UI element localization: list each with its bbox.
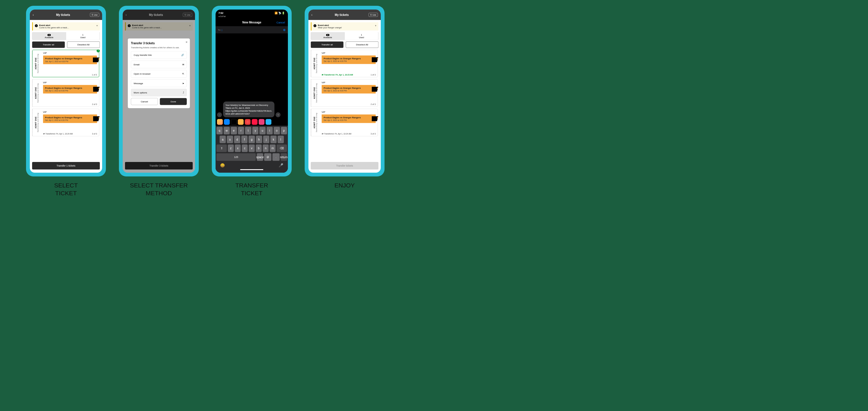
key-w[interactable]: w — [224, 127, 230, 134]
tab-used[interactable]: 1 Used — [66, 32, 100, 40]
key-u[interactable]: u — [259, 127, 266, 134]
key-z[interactable]: z — [228, 145, 234, 152]
dot-key[interactable]: . — [273, 153, 280, 161]
key-y[interactable]: y — [252, 127, 258, 134]
key-l[interactable]: l — [277, 136, 284, 143]
expand-icon[interactable]: + — [96, 24, 98, 28]
photos-app-icon[interactable] — [217, 119, 223, 125]
option-email[interactable]: Email ✉ — [131, 61, 187, 68]
key-a[interactable]: a — [220, 136, 226, 143]
home-indicator[interactable] — [240, 169, 263, 170]
ticket-card: Product Eagles vs Granger Rangers Sat. A… — [322, 85, 376, 93]
app-icon[interactable] — [252, 119, 257, 125]
phone-transfer-method: ‹ My tickets ⎘ Use ! Event alert Come to… — [119, 6, 199, 177]
key-s[interactable]: s — [227, 136, 233, 143]
app-icon[interactable] — [245, 119, 251, 125]
deselect-all-button[interactable]: Deselect All — [67, 42, 100, 48]
appstore-app-icon[interactable] — [224, 119, 230, 125]
key-m[interactable]: m — [270, 145, 276, 152]
shift-key[interactable]: ⇧ — [216, 145, 227, 152]
space-key[interactable]: space — [257, 153, 263, 161]
option-copy-link[interactable]: Copy transfer link 🔗 — [131, 51, 187, 59]
info-icon: ! — [314, 24, 316, 27]
keyboard[interactable]: qwertyuiop asdfghjkl ⇧ zxcvbnm ⌫ 123 spa… — [216, 126, 288, 173]
use-button[interactable]: ⎘ Use — [90, 13, 99, 17]
phone-imessage: 7:52 📶 📡 🔋 ◂ GoFan New Message Cancel To… — [212, 6, 292, 177]
ticket-item[interactable]: ADMIT ONESwimming and Diving VIP Product… — [32, 79, 99, 107]
applecash-app-icon[interactable] — [231, 119, 237, 125]
key-o[interactable]: o — [274, 127, 280, 134]
transfer-tickets-button[interactable]: Transfer 1 tickets — [32, 162, 100, 169]
ticket-item[interactable]: ✓ ADMIT ONESwimming and Diving VIP Produ… — [32, 50, 99, 77]
key-v[interactable]: v — [249, 145, 255, 152]
expand-icon[interactable]: + — [375, 24, 376, 28]
key-f[interactable]: f — [241, 136, 248, 143]
cancel-button[interactable]: Cancel — [276, 21, 285, 24]
memoji-app-icon[interactable] — [238, 119, 244, 125]
status-bar: 7:52 📶 📡 🔋 — [216, 9, 288, 15]
send-button-icon[interactable]: ↑ — [276, 113, 281, 118]
key-n[interactable]: n — [263, 145, 269, 152]
page-title: My tickets — [315, 13, 369, 17]
key-x[interactable]: x — [235, 145, 241, 152]
event-alert[interactable]: ! Event alert Come to the game with a ma… — [32, 22, 100, 31]
key-c[interactable]: c — [242, 145, 248, 152]
close-icon[interactable]: ✕ — [185, 40, 188, 44]
send-icon: ➤ — [182, 82, 184, 85]
expand-input-icon[interactable]: › — [217, 113, 222, 118]
key-q[interactable]: q — [216, 127, 222, 134]
app-icon[interactable] — [259, 119, 265, 125]
key-p[interactable]: p — [281, 127, 287, 134]
cancel-button[interactable]: Cancel — [131, 98, 158, 105]
option-more[interactable]: More options ⤴ — [131, 89, 187, 96]
deselect-all-button[interactable]: Deselect All — [346, 42, 378, 48]
transfer-all-button[interactable]: Transfer all — [311, 42, 343, 48]
status-icons: 📶 📡 🔋 — [275, 11, 285, 15]
option-message[interactable]: Message ➤ — [131, 80, 187, 87]
backspace-key[interactable]: ⌫ — [277, 145, 287, 152]
at-key[interactable]: @ — [264, 153, 271, 161]
back-to-app[interactable]: ◂ GoFan — [216, 15, 288, 19]
tab-available[interactable]: 3 Available — [32, 32, 66, 40]
add-contact-icon[interactable]: ⊕ — [283, 28, 286, 32]
key-g[interactable]: g — [249, 136, 255, 143]
page-title: My tickets — [36, 13, 90, 17]
team-logo-icon — [93, 116, 100, 121]
mail-icon: ✉ — [182, 63, 184, 66]
key-h[interactable]: h — [256, 136, 262, 143]
app-rail[interactable] — [216, 118, 288, 126]
key-j[interactable]: j — [263, 136, 269, 143]
transfer-arrow-icon: ⇄ — [322, 133, 323, 135]
key-i[interactable]: i — [267, 127, 273, 134]
key-b[interactable]: b — [256, 145, 262, 152]
transfer-all-button[interactable]: Transfer all — [32, 42, 65, 48]
ticket-card: Product Eagles vs Granger Rangers Sat. A… — [43, 114, 97, 123]
back-chevron-icon[interactable]: ‹ — [33, 13, 36, 17]
use-button[interactable]: ⎘ Use — [369, 13, 378, 17]
return-key[interactable]: return — [281, 153, 287, 161]
option-open-browser[interactable]: Open in browser ⇱ — [131, 70, 187, 78]
ticket-item[interactable]: ADMIT ONESwimming and Diving VIP Product… — [311, 50, 378, 77]
numeric-key[interactable]: 123 — [216, 153, 256, 161]
emoji-icon[interactable]: 😀 — [220, 163, 225, 168]
done-button[interactable]: Done — [160, 98, 187, 105]
app-icon[interactable] — [266, 119, 271, 125]
tab-used[interactable]: 1 Used — [345, 32, 378, 40]
app-header: ‹ My tickets ⎘ Use — [308, 9, 381, 20]
key-r[interactable]: r — [238, 127, 244, 134]
tab-available[interactable]: 3 Available — [311, 32, 345, 40]
ticket-item[interactable]: ADMIT ONESwimming and Diving VIP Product… — [32, 109, 99, 136]
back-chevron-icon[interactable]: ‹ — [311, 13, 315, 17]
ticket-item[interactable]: ADMIT ONESwimming and Diving VIP Product… — [311, 79, 378, 107]
transferred-label: ⇄ Transferred: Fri, Apr 1, 10:23 AM — [322, 74, 353, 76]
mic-icon[interactable]: 🎤 — [279, 163, 283, 168]
to-field[interactable]: To: | ⊕ — [216, 26, 288, 34]
ticket-item[interactable]: ADMIT ONESwimming and Diving VIP Product… — [311, 109, 378, 136]
key-t[interactable]: t — [245, 127, 251, 134]
event-alert[interactable]: ! Event alert Wear your Ranger orange! + — [311, 22, 378, 31]
transfer-arrow-icon: ⇄ — [322, 74, 323, 76]
key-k[interactable]: k — [270, 136, 277, 143]
key-d[interactable]: d — [234, 136, 241, 143]
transfer-method-modal: ✕ Transfer 3 tickets Transferring ticket… — [128, 38, 190, 108]
key-e[interactable]: e — [231, 127, 237, 134]
